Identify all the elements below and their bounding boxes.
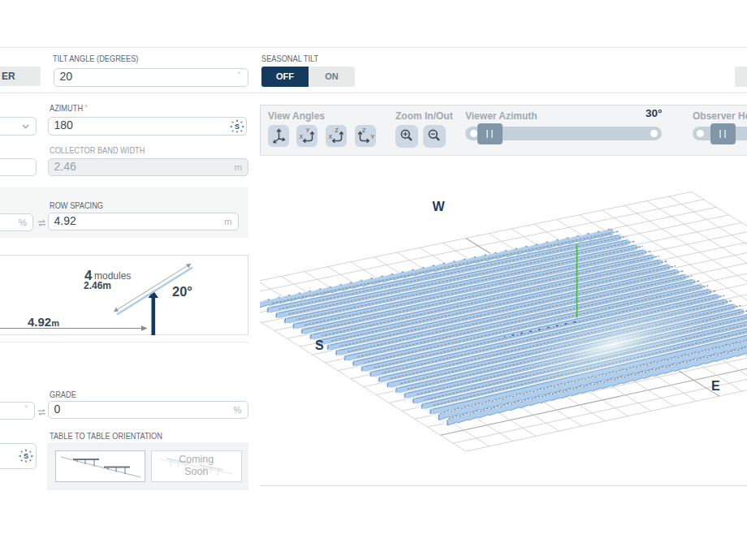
svg-text:W: W: [433, 200, 446, 213]
svg-text:20°: 20°: [172, 284, 192, 299]
svg-text:S: S: [315, 338, 324, 352]
svg-text:X: X: [329, 134, 333, 140]
svg-text:S: S: [235, 123, 240, 131]
svg-text:X: X: [300, 134, 304, 140]
svg-text:E: E: [711, 379, 720, 393]
svg-text:2.46m: 2.46m: [84, 280, 111, 291]
svg-text:Y: Y: [371, 134, 375, 140]
svg-text:Z: Z: [362, 127, 366, 133]
svg-text:Y: Y: [306, 127, 310, 133]
svg-text:Z: Z: [335, 127, 339, 133]
svg-text:4.92m: 4.92m: [28, 315, 59, 329]
svg-text:S: S: [23, 452, 28, 460]
